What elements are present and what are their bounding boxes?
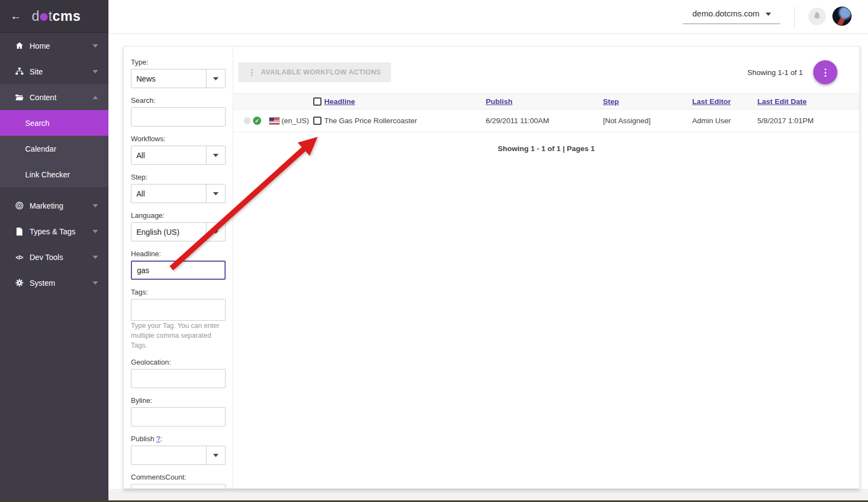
tags-input[interactable]: [131, 299, 226, 321]
filter-language: Language: English (US): [131, 211, 226, 241]
published-check-icon: ✓: [253, 117, 261, 125]
sidebar-item-types-tags[interactable]: Types & Tags: [0, 218, 108, 244]
available-workflow-actions-button[interactable]: ⋮ AVAILABLE WORKFLOW ACTIONS: [238, 62, 391, 82]
filter-search: Search:: [131, 96, 226, 126]
caret-down-icon: [213, 454, 219, 457]
chevron-down-icon: [93, 44, 98, 48]
sidebar-item-label: Content: [30, 93, 56, 102]
sort-last-editor-link[interactable]: Last Editor: [692, 97, 731, 106]
tags-helper-text: Type your Tag. You can enter multiple co…: [131, 321, 226, 350]
table-row[interactable]: ✓ (en_US) The Gas Price Rollercoaster 6/…: [233, 109, 859, 132]
filter-headline: Headline:: [131, 250, 226, 280]
dropdown-caret[interactable]: [206, 223, 225, 241]
dropdown-caret[interactable]: [206, 446, 225, 464]
sidebar-item-calendar[interactable]: Calendar: [0, 136, 108, 161]
back-arrow-icon[interactable]: ←: [0, 10, 32, 22]
dropdown-caret[interactable]: [206, 146, 225, 164]
headline-input[interactable]: [131, 261, 226, 280]
sidebar-item-site[interactable]: Site: [0, 59, 108, 84]
sort-publish-link[interactable]: Publish: [486, 97, 513, 106]
type-select[interactable]: News: [131, 69, 226, 88]
file-icon: [14, 227, 25, 236]
table-header-row: Headline Publish Step Last Editor Last E…: [233, 93, 859, 109]
bell-icon: [813, 11, 821, 22]
user-avatar[interactable]: [832, 7, 852, 26]
dropdown-caret[interactable]: [206, 70, 225, 88]
bullseye-icon: [14, 201, 25, 210]
sort-last-edit-date-link[interactable]: Last Edit Date: [757, 97, 807, 106]
logo-d: d: [32, 8, 39, 24]
sidebar-divider: [0, 187, 108, 193]
sidebar-item-label: Types & Tags: [30, 227, 76, 236]
chevron-down-icon: [93, 281, 98, 285]
type-label: Type:: [131, 58, 226, 66]
sidebar-header: ← dtcms: [0, 0, 108, 33]
sort-step-link[interactable]: Step: [603, 97, 619, 106]
publish-header-cell: Publish: [486, 96, 603, 106]
sidebar-content-group: Content Search Calendar Link Checker: [0, 84, 108, 187]
row-headline-cell[interactable]: The Gas Price Rollercoaster: [324, 117, 486, 125]
site-selector-value: demo.dotcms.com: [692, 9, 760, 18]
geolocation-input[interactable]: [131, 369, 226, 388]
byline-input[interactable]: [131, 407, 226, 426]
sidebar-item-marketing[interactable]: Marketing: [0, 193, 108, 218]
search-input[interactable]: [131, 107, 226, 126]
sidebar-item-content[interactable]: Content: [0, 84, 108, 110]
headline-header-cell: Headline: [324, 96, 486, 106]
filter-type: Type: News: [131, 58, 226, 88]
sidebar-item-link-checker[interactable]: Link Checker: [0, 161, 108, 187]
more-actions-fab[interactable]: ⋮: [813, 60, 837, 84]
content-search-panel: Type: News Search: Workflows: All Step: …: [123, 46, 860, 489]
toolbar-right: Showing 1-1 of 1 ⋮: [748, 60, 837, 84]
sidebar-subitem-label: Calendar: [25, 145, 56, 153]
live-status-icon: [244, 117, 251, 124]
last-editor-header-cell: Last Editor: [692, 96, 757, 106]
publish-label: Publish ?:: [131, 435, 226, 443]
caret-down-icon: [213, 230, 219, 234]
caret-down-icon: [213, 192, 219, 195]
workflow-actions-label: AVAILABLE WORKFLOW ACTIONS: [261, 68, 381, 76]
workflows-select-value: All: [131, 146, 206, 164]
step-select[interactable]: All: [131, 184, 226, 203]
sidebar-item-home[interactable]: Home: [0, 33, 108, 59]
sort-headline-link[interactable]: Headline: [324, 97, 355, 106]
row-status-cell: ✓ (en_US): [233, 117, 313, 125]
filter-step: Step: All: [131, 173, 226, 203]
dropdown-caret[interactable]: [206, 184, 225, 203]
sidebar-item-search[interactable]: Search: [0, 110, 108, 136]
sitemap-icon: [14, 67, 25, 76]
step-label: Step:: [131, 173, 226, 181]
filter-tags: Tags:: [131, 288, 226, 321]
row-checkbox[interactable]: [313, 117, 321, 125]
folder-open-icon: [14, 93, 25, 102]
showing-count: Showing 1-1 of 1: [748, 68, 803, 77]
sidebar-item-dev-tools[interactable]: </> Dev Tools: [0, 244, 108, 270]
search-label: Search:: [131, 96, 226, 105]
site-selector[interactable]: demo.dotcms.com: [683, 9, 780, 24]
sidebar-item-system[interactable]: System: [0, 270, 108, 296]
pagination-summary: Showing 1 - 1 of 1 | Pages 1: [233, 145, 859, 153]
filter-sidebar: Type: News Search: Workflows: All Step: …: [124, 47, 233, 488]
workflows-label: Workflows:: [131, 135, 226, 143]
language-select-value: English (US): [131, 223, 206, 241]
last-edit-date-header-cell: Last Edit Date: [757, 96, 859, 106]
more-vert-icon: ⋮: [821, 67, 830, 78]
row-last-editor-cell: Admin User: [692, 117, 757, 125]
step-select-value: All: [131, 184, 206, 203]
sidebar-item-label: System: [30, 279, 55, 287]
chevron-down-icon: [93, 70, 98, 73]
sidebar-subitem-label: Search: [25, 119, 49, 128]
select-all-checkbox[interactable]: [313, 97, 321, 106]
language-select[interactable]: English (US): [131, 222, 226, 241]
workflows-select[interactable]: All: [131, 146, 226, 165]
sidebar-item-label: Marketing: [30, 201, 63, 210]
filter-geolocation: Geolocation:: [131, 358, 226, 388]
select-all-cell: [313, 97, 324, 106]
chevron-down-icon: [93, 256, 98, 259]
notifications-button[interactable]: [808, 8, 826, 25]
sidebar-item-label: Home: [30, 42, 50, 50]
filter-comments-count: CommentsCount:: [131, 473, 226, 488]
language-code: (en_US): [281, 117, 309, 125]
comments-count-input[interactable]: [131, 484, 226, 488]
publish-select[interactable]: [131, 446, 226, 465]
